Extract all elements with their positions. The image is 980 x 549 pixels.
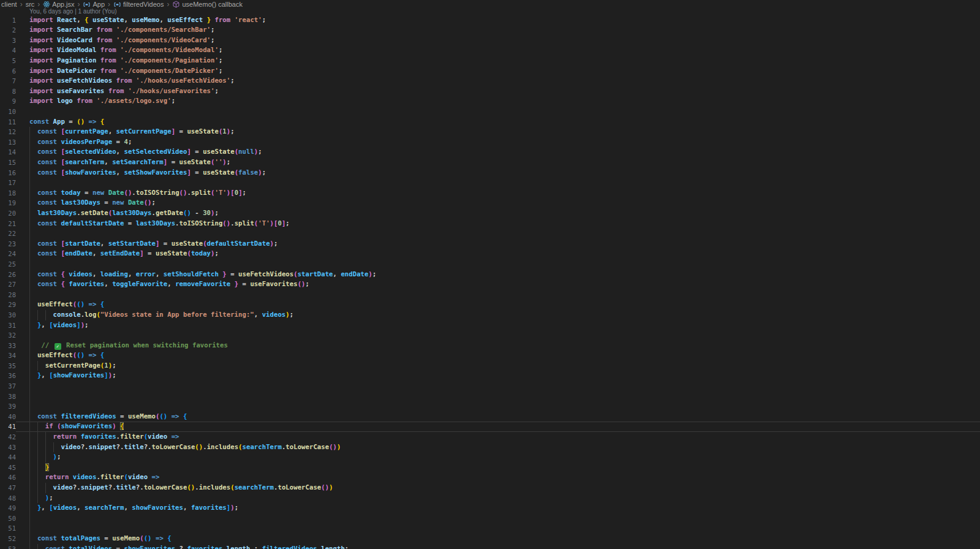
- code-line[interactable]: 35 setCurrentPage(1);: [0, 361, 980, 371]
- line-number[interactable]: 36: [0, 371, 16, 381]
- code-line-content[interactable]: const { videos, loading, error, setShoul…: [16, 270, 980, 280]
- code-line-content[interactable]: return videos.filter(video =>: [16, 472, 980, 483]
- code-line[interactable]: 18 const today = new Date().toISOString(…: [0, 188, 980, 199]
- line-number[interactable]: 16: [0, 168, 16, 178]
- line-number[interactable]: 53: [0, 544, 16, 549]
- code-line-content[interactable]: import React, { useState, useMemo, useEf…: [16, 15, 980, 26]
- code-line-content[interactable]: // ✓ Reset pagination when switching fav…: [16, 341, 980, 351]
- code-line-content[interactable]: [16, 178, 980, 188]
- line-number[interactable]: 32: [0, 330, 16, 341]
- line-number[interactable]: 1: [0, 15, 16, 26]
- line-number[interactable]: 30: [0, 310, 16, 320]
- code-line[interactable]: 12 const [currentPage, setCurrentPage] =…: [0, 127, 980, 137]
- code-line-content[interactable]: [16, 523, 980, 534]
- line-number[interactable]: 33: [0, 341, 16, 351]
- code-editor[interactable]: 1import React, { useState, useMemo, useE…: [0, 15, 980, 549]
- code-line-content[interactable]: [16, 290, 980, 300]
- code-line[interactable]: 42 return favorites.filter(video =>: [0, 432, 980, 442]
- line-number[interactable]: 15: [0, 157, 16, 168]
- breadcrumb-item-usememo-callback[interactable]: useMemo() callback: [172, 1, 242, 9]
- code-line-content[interactable]: last30Days.setDate(last30Days.getDate() …: [16, 208, 980, 219]
- code-line-content[interactable]: [16, 401, 980, 412]
- code-line-content[interactable]: useEffect(() => {: [16, 350, 980, 361]
- code-line[interactable]: 44 );: [0, 452, 980, 463]
- code-line[interactable]: 29 useEffect(() => {: [0, 300, 980, 310]
- code-line-content[interactable]: );: [16, 493, 980, 504]
- code-line-content[interactable]: const [currentPage, setCurrentPage] = us…: [16, 127, 980, 137]
- code-line-content[interactable]: [16, 392, 980, 402]
- code-line[interactable]: 9import logo from './assets/logo.svg';: [0, 96, 980, 107]
- code-line[interactable]: 5import Pagination from './components/Pa…: [0, 56, 980, 66]
- line-number[interactable]: 2: [0, 25, 16, 36]
- code-line[interactable]: 40 const filteredVideos = useMemo(() => …: [0, 412, 980, 422]
- code-line-content[interactable]: }, [videos, searchTerm, showFavorites, f…: [16, 503, 980, 513]
- code-line[interactable]: 13 const videosPerPage = 4;: [0, 137, 980, 148]
- line-number[interactable]: 21: [0, 219, 16, 229]
- line-number[interactable]: 17: [0, 178, 16, 188]
- code-line[interactable]: 47 video?.snippet?.title?.toLowerCase().…: [0, 483, 980, 493]
- code-line[interactable]: 38: [0, 392, 980, 402]
- code-line-content[interactable]: return favorites.filter(video =>: [16, 432, 980, 442]
- line-number[interactable]: 42: [0, 432, 16, 442]
- code-line-content[interactable]: }: [16, 463, 980, 473]
- line-number[interactable]: 24: [0, 249, 16, 259]
- code-line[interactable]: 46 return videos.filter(video =>: [0, 472, 980, 483]
- code-line-content[interactable]: const [selectedVideo, setSelectedVideo] …: [16, 147, 980, 157]
- code-line[interactable]: 26 const { videos, loading, error, setSh…: [0, 270, 980, 280]
- code-line[interactable]: 39: [0, 401, 980, 412]
- code-line-content[interactable]: const videosPerPage = 4;: [16, 137, 980, 148]
- line-number[interactable]: 45: [0, 463, 16, 473]
- line-number[interactable]: 46: [0, 472, 16, 483]
- code-line-content[interactable]: const { favorites, toggleFavorite, remov…: [16, 279, 980, 290]
- line-number[interactable]: 27: [0, 279, 16, 290]
- code-line[interactable]: 50: [0, 513, 980, 524]
- code-line[interactable]: 14 const [selectedVideo, setSelectedVide…: [0, 147, 980, 157]
- code-line[interactable]: 4import VideoModal from './components/Vi…: [0, 45, 980, 56]
- line-number[interactable]: 38: [0, 392, 16, 402]
- code-line-content[interactable]: const today = new Date().toISOString().s…: [16, 188, 980, 199]
- code-line-content[interactable]: import logo from './assets/logo.svg';: [16, 96, 980, 107]
- code-line-content[interactable]: setCurrentPage(1);: [16, 361, 980, 371]
- code-line[interactable]: 27 const { favorites, toggleFavorite, re…: [0, 279, 980, 290]
- code-line[interactable]: 22: [0, 229, 980, 239]
- code-line[interactable]: 45 }: [0, 463, 980, 473]
- code-line-content[interactable]: }, [showFavorites]);: [16, 371, 980, 381]
- code-line-content[interactable]: console.log("Videos state in App before …: [16, 310, 980, 320]
- code-line[interactable]: 19 const last30Days = new Date();: [0, 198, 980, 208]
- code-line[interactable]: 28: [0, 290, 980, 300]
- code-line[interactable]: 24 const [endDate, setEndDate] = useStat…: [0, 249, 980, 259]
- breadcrumb-item-src[interactable]: src: [26, 1, 35, 8]
- line-number[interactable]: 4: [0, 45, 16, 56]
- code-line-content[interactable]: const defaultStartDate = last30Days.toIS…: [16, 219, 980, 229]
- code-line[interactable]: 15 const [searchTerm, setSearchTerm] = u…: [0, 157, 980, 168]
- line-number[interactable]: 26: [0, 270, 16, 280]
- code-line-content[interactable]: import VideoCard from './components/Vide…: [16, 36, 980, 46]
- code-line[interactable]: 8import useFavorites from './hooks/useFa…: [0, 86, 980, 97]
- code-line-content[interactable]: [16, 259, 980, 270]
- line-number[interactable]: 51: [0, 523, 16, 534]
- code-line[interactable]: 3import VideoCard from './components/Vid…: [0, 36, 980, 46]
- line-number[interactable]: 40: [0, 412, 16, 422]
- line-number[interactable]: 39: [0, 401, 16, 412]
- code-line[interactable]: 53 const totalVideos = showFavorites ? f…: [0, 544, 980, 549]
- code-line-content[interactable]: if (showFavorites) {: [16, 422, 980, 432]
- code-line[interactable]: 32: [0, 330, 980, 341]
- code-line-content[interactable]: video?.snippet?.title?.toLowerCase().inc…: [16, 442, 980, 453]
- code-line[interactable]: 43 video?.snippet?.title?.toLowerCase().…: [0, 442, 980, 453]
- code-line[interactable]: 1import React, { useState, useMemo, useE…: [0, 15, 980, 26]
- line-number[interactable]: 43: [0, 442, 16, 453]
- code-line-content[interactable]: import useFavorites from './hooks/useFav…: [16, 86, 980, 97]
- code-line[interactable]: 48 );: [0, 493, 980, 504]
- line-number[interactable]: 22: [0, 229, 16, 239]
- line-number[interactable]: 34: [0, 350, 16, 361]
- code-line-content[interactable]: const [showFavorites, setShowFavorites] …: [16, 168, 980, 178]
- code-line-content[interactable]: const last30Days = new Date();: [16, 198, 980, 208]
- code-line-content[interactable]: [16, 107, 980, 117]
- code-line-content[interactable]: const [startDate, setStartDate] = useSta…: [16, 239, 980, 249]
- code-line-content[interactable]: import useFetchVideos from './hooks/useF…: [16, 76, 980, 86]
- code-line-content[interactable]: import DatePicker from './components/Dat…: [16, 66, 980, 77]
- line-number[interactable]: 11: [0, 117, 16, 127]
- code-line[interactable]: 52 const totalPages = useMemo(() => {: [0, 534, 980, 544]
- line-number[interactable]: 23: [0, 239, 16, 249]
- code-line-content[interactable]: [16, 229, 980, 239]
